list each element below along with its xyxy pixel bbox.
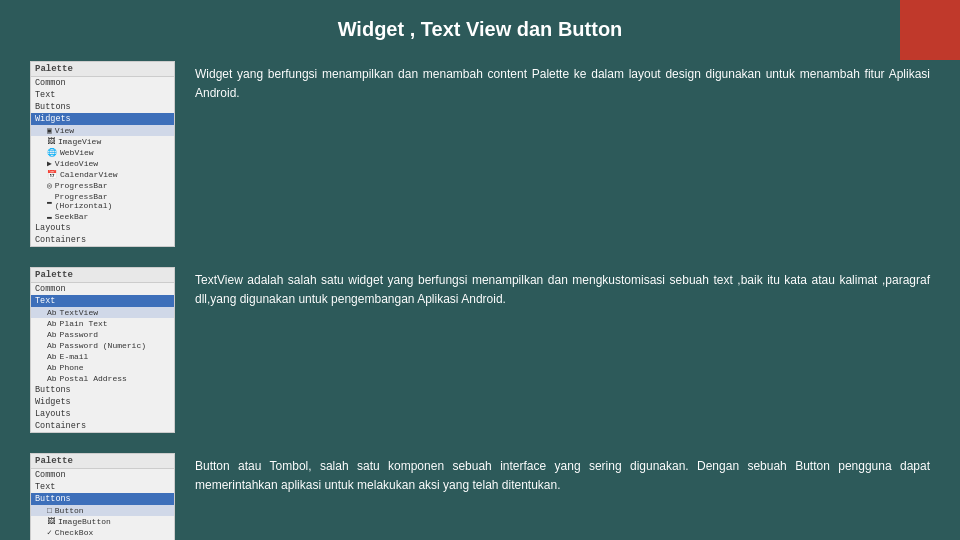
widget-section: Palette Common Text Buttons Widgets ▣Vie…: [30, 51, 930, 257]
palette-item-phone[interactable]: Ab Phone: [31, 362, 174, 373]
palette-item-calendarview[interactable]: 📅CalendarView: [31, 169, 174, 180]
palette-cat-common-1: Common: [31, 77, 174, 89]
palette-panel-widget: Palette Common Text Buttons Widgets ▣Vie…: [30, 61, 175, 247]
palette-cat-layouts-2: Layouts: [31, 408, 174, 420]
palette-cat-text-1: Text: [31, 89, 174, 101]
palette-item-imageview[interactable]: 🖼ImageView: [31, 136, 174, 147]
palette-panel-button: Palette Common Text Buttons □ Button 🖼 I…: [30, 453, 175, 540]
widget-description: Widget yang berfungsi menampilkan dan me…: [195, 61, 930, 103]
palette-cat-buttons-3[interactable]: Buttons: [31, 493, 174, 505]
palette-item-webview[interactable]: 🌐WebView: [31, 147, 174, 158]
palette-header-1: Palette: [31, 62, 174, 77]
palette-cat-widgets-2: Widgets: [31, 396, 174, 408]
palette-cat-buttons-2: Buttons: [31, 384, 174, 396]
palette-item-progressbar[interactable]: ◎ProgressBar: [31, 180, 174, 191]
palette-header-3: Palette: [31, 454, 174, 469]
palette-item-textview[interactable]: Ab TextView: [31, 307, 174, 318]
top-red-accent: [900, 0, 960, 60]
palette-cat-widgets-1[interactable]: Widgets: [31, 113, 174, 125]
palette-header-2: Palette: [31, 268, 174, 283]
button-section: Palette Common Text Buttons □ Button 🖼 I…: [30, 443, 930, 540]
palette-item-videoview[interactable]: ▶VideoView: [31, 158, 174, 169]
content-area: Palette Common Text Buttons Widgets ▣Vie…: [0, 51, 960, 540]
palette-cat-buttons-1: Buttons: [31, 101, 174, 113]
palette-item-button[interactable]: □ Button: [31, 505, 174, 516]
palette-cat-layouts-1: Layouts: [31, 222, 174, 234]
palette-item-email[interactable]: Ab E-mail: [31, 351, 174, 362]
palette-cat-text-3: Text: [31, 481, 174, 493]
palette-cat-containers-2: Containers: [31, 420, 174, 432]
palette-panel-textview: Palette Common Text Ab TextView Ab Plain…: [30, 267, 175, 433]
palette-item-password[interactable]: Ab Password: [31, 329, 174, 340]
palette-item-progressbar-h[interactable]: ▬ProgressBar (Horizontal): [31, 191, 174, 211]
palette-item-imagebutton[interactable]: 🖼 ImageButton: [31, 516, 174, 527]
palette-item-view[interactable]: ▣View: [31, 125, 174, 136]
palette-item-password-num[interactable]: Ab Password (Numeric): [31, 340, 174, 351]
palette-cat-common-2: Common: [31, 283, 174, 295]
button-description: Button atau Tombol, salah satu komponen …: [195, 453, 930, 495]
palette-item-postal[interactable]: Ab Postal Address: [31, 373, 174, 384]
palette-cat-common-3: Common: [31, 469, 174, 481]
palette-item-checkbox[interactable]: ✓ CheckBox: [31, 527, 174, 538]
palette-cat-containers-1: Containers: [31, 234, 174, 246]
palette-cat-text-2[interactable]: Text: [31, 295, 174, 307]
textview-section: Palette Common Text Ab TextView Ab Plain…: [30, 257, 930, 443]
palette-item-seekbar[interactable]: ▬SeekBar: [31, 211, 174, 222]
page-title: Widget , Text View dan Button: [0, 0, 960, 51]
textview-description: TextView adalah salah satu widget yang b…: [195, 267, 930, 309]
palette-item-plaintext[interactable]: Ab Plain Text: [31, 318, 174, 329]
